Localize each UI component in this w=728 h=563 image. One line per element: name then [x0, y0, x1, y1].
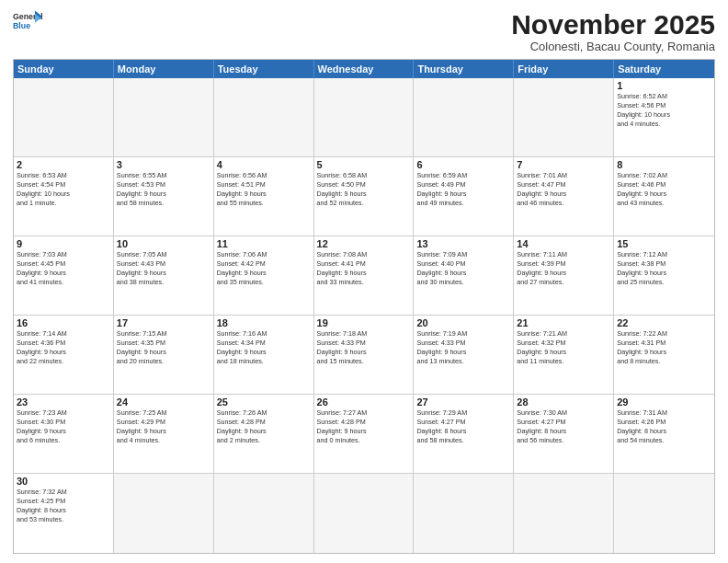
cell-date-number: 22 — [617, 317, 711, 328]
cell-info-text: Sunrise: 7:22 AM Sunset: 4:31 PM Dayligh… — [617, 329, 711, 366]
calendar-cell-21: 21Sunrise: 7:21 AM Sunset: 4:32 PM Dayli… — [514, 316, 614, 395]
cell-date-number: 4 — [217, 159, 311, 170]
calendar-cell-empty — [114, 78, 214, 157]
calendar-cell-25: 25Sunrise: 7:26 AM Sunset: 4:28 PM Dayli… — [214, 395, 314, 474]
cell-info-text: Sunrise: 7:12 AM Sunset: 4:38 PM Dayligh… — [617, 250, 711, 287]
calendar-cell-18: 18Sunrise: 7:16 AM Sunset: 4:34 PM Dayli… — [214, 316, 314, 395]
month-title: November 2025 — [511, 9, 715, 40]
cell-info-text: Sunrise: 7:08 AM Sunset: 4:41 PM Dayligh… — [317, 250, 411, 287]
calendar-cell-12: 12Sunrise: 7:08 AM Sunset: 4:41 PM Dayli… — [314, 236, 415, 316]
calendar-cell-30: 30Sunrise: 7:32 AM Sunset: 4:25 PM Dayli… — [14, 474, 114, 553]
calendar-cell-empty — [514, 474, 614, 553]
cell-date-number: 20 — [416, 317, 510, 328]
calendar-cell-1: 1Sunrise: 6:52 AM Sunset: 4:56 PM Daylig… — [614, 78, 714, 157]
cell-info-text: Sunrise: 7:16 AM Sunset: 4:34 PM Dayligh… — [217, 329, 311, 366]
calendar-cell-empty — [214, 78, 314, 157]
calendar-cell-9: 9Sunrise: 7:03 AM Sunset: 4:45 PM Daylig… — [14, 236, 114, 316]
cell-date-number: 23 — [17, 396, 110, 408]
calendar-cell-23: 23Sunrise: 7:23 AM Sunset: 4:30 PM Dayli… — [14, 395, 114, 474]
cell-date-number: 29 — [617, 396, 711, 408]
cell-date-number: 12 — [317, 238, 411, 249]
calendar-cell-empty — [414, 474, 514, 553]
calendar-cell-empty — [114, 474, 214, 553]
cell-date-number: 10 — [117, 238, 210, 249]
day-header-wednesday: Wednesday — [314, 60, 415, 78]
calendar-cell-27: 27Sunrise: 7:29 AM Sunset: 4:27 PM Dayli… — [414, 395, 514, 474]
cell-info-text: Sunrise: 6:59 AM Sunset: 4:49 PM Dayligh… — [416, 171, 510, 208]
cell-date-number: 6 — [416, 159, 510, 170]
location-subtitle: Colonesti, Bacau County, Romania — [511, 40, 715, 53]
cell-info-text: Sunrise: 7:05 AM Sunset: 4:43 PM Dayligh… — [117, 250, 210, 287]
day-header-thursday: Thursday — [414, 60, 514, 78]
calendar-cell-8: 8Sunrise: 7:02 AM Sunset: 4:46 PM Daylig… — [614, 157, 714, 236]
cell-date-number: 7 — [517, 159, 610, 170]
calendar-cell-10: 10Sunrise: 7:05 AM Sunset: 4:43 PM Dayli… — [114, 236, 214, 316]
cell-info-text: Sunrise: 7:01 AM Sunset: 4:47 PM Dayligh… — [517, 171, 610, 208]
calendar-cell-26: 26Sunrise: 7:27 AM Sunset: 4:28 PM Dayli… — [314, 395, 415, 474]
cell-info-text: Sunrise: 7:29 AM Sunset: 4:27 PM Dayligh… — [416, 408, 510, 445]
calendar-cell-22: 22Sunrise: 7:22 AM Sunset: 4:31 PM Dayli… — [614, 316, 714, 395]
calendar-cell-17: 17Sunrise: 7:15 AM Sunset: 4:35 PM Dayli… — [114, 316, 214, 395]
cell-info-text: Sunrise: 7:30 AM Sunset: 4:27 PM Dayligh… — [517, 408, 610, 445]
cell-date-number: 11 — [217, 238, 311, 249]
cell-date-number: 14 — [517, 238, 610, 249]
day-header-saturday: Saturday — [614, 60, 714, 78]
calendar: SundayMondayTuesdayWednesdayThursdayFrid… — [13, 59, 715, 554]
cell-info-text: Sunrise: 7:26 AM Sunset: 4:28 PM Dayligh… — [217, 408, 311, 445]
calendar-cell-28: 28Sunrise: 7:30 AM Sunset: 4:27 PM Dayli… — [514, 395, 614, 474]
title-block: November 2025 Colonesti, Bacau County, R… — [511, 9, 715, 53]
cell-date-number: 17 — [117, 317, 210, 328]
cell-info-text: Sunrise: 7:15 AM Sunset: 4:35 PM Dayligh… — [117, 329, 210, 366]
cell-date-number: 27 — [416, 396, 510, 408]
calendar-cell-11: 11Sunrise: 7:06 AM Sunset: 4:42 PM Dayli… — [214, 236, 314, 316]
day-header-friday: Friday — [514, 60, 614, 78]
cell-date-number: 30 — [17, 476, 110, 487]
calendar-cell-3: 3Sunrise: 6:55 AM Sunset: 4:53 PM Daylig… — [114, 157, 214, 236]
cell-info-text: Sunrise: 7:02 AM Sunset: 4:46 PM Dayligh… — [617, 171, 711, 208]
calendar-cell-4: 4Sunrise: 6:56 AM Sunset: 4:51 PM Daylig… — [214, 157, 314, 236]
cell-info-text: Sunrise: 7:18 AM Sunset: 4:33 PM Dayligh… — [317, 329, 411, 366]
cell-date-number: 8 — [617, 159, 711, 170]
calendar-cell-14: 14Sunrise: 7:11 AM Sunset: 4:39 PM Dayli… — [514, 236, 614, 316]
svg-text:Blue: Blue — [13, 21, 30, 30]
logo: General Blue — [13, 9, 42, 31]
cell-date-number: 28 — [517, 396, 610, 408]
cell-date-number: 18 — [217, 317, 311, 328]
calendar-cell-2: 2Sunrise: 6:53 AM Sunset: 4:54 PM Daylig… — [14, 157, 114, 236]
calendar-cell-15: 15Sunrise: 7:12 AM Sunset: 4:38 PM Dayli… — [614, 236, 714, 316]
calendar-cell-empty — [514, 78, 614, 157]
cell-info-text: Sunrise: 7:19 AM Sunset: 4:33 PM Dayligh… — [416, 329, 510, 366]
calendar-cell-empty — [14, 78, 114, 157]
cell-date-number: 2 — [17, 159, 110, 170]
generalblue-logo-icon: General Blue — [13, 9, 42, 31]
cell-date-number: 15 — [617, 238, 711, 249]
cell-info-text: Sunrise: 7:14 AM Sunset: 4:36 PM Dayligh… — [17, 329, 110, 366]
cell-info-text: Sunrise: 6:58 AM Sunset: 4:50 PM Dayligh… — [317, 171, 411, 208]
cell-date-number: 24 — [117, 396, 210, 408]
calendar-cell-19: 19Sunrise: 7:18 AM Sunset: 4:33 PM Dayli… — [314, 316, 415, 395]
calendar-cell-empty — [614, 474, 714, 553]
cell-info-text: Sunrise: 7:21 AM Sunset: 4:32 PM Dayligh… — [517, 329, 610, 366]
cell-info-text: Sunrise: 7:06 AM Sunset: 4:42 PM Dayligh… — [217, 250, 311, 287]
calendar-cell-20: 20Sunrise: 7:19 AM Sunset: 4:33 PM Dayli… — [414, 316, 514, 395]
cell-date-number: 13 — [416, 238, 510, 249]
cell-date-number: 16 — [17, 317, 110, 328]
calendar-cell-5: 5Sunrise: 6:58 AM Sunset: 4:50 PM Daylig… — [314, 157, 415, 236]
calendar-cell-empty — [214, 474, 314, 553]
cell-info-text: Sunrise: 6:56 AM Sunset: 4:51 PM Dayligh… — [217, 171, 311, 208]
day-header-tuesday: Tuesday — [214, 60, 314, 78]
cell-date-number: 1 — [617, 80, 711, 91]
day-header-monday: Monday — [114, 60, 214, 78]
cell-info-text: Sunrise: 6:55 AM Sunset: 4:53 PM Dayligh… — [117, 171, 210, 208]
cell-date-number: 25 — [217, 396, 311, 408]
cell-date-number: 21 — [517, 317, 610, 328]
calendar-grid: 1Sunrise: 6:52 AM Sunset: 4:56 PM Daylig… — [14, 78, 714, 553]
cell-info-text: Sunrise: 7:11 AM Sunset: 4:39 PM Dayligh… — [517, 250, 610, 287]
calendar-cell-13: 13Sunrise: 7:09 AM Sunset: 4:40 PM Dayli… — [414, 236, 514, 316]
cell-date-number: 3 — [117, 159, 210, 170]
cell-info-text: Sunrise: 7:32 AM Sunset: 4:25 PM Dayligh… — [17, 488, 110, 524]
calendar-cell-16: 16Sunrise: 7:14 AM Sunset: 4:36 PM Dayli… — [14, 316, 114, 395]
day-headers-row: SundayMondayTuesdayWednesdayThursdayFrid… — [14, 60, 714, 78]
cell-date-number: 5 — [317, 159, 411, 170]
header: General Blue November 2025 Colonesti, Ba… — [13, 9, 715, 53]
